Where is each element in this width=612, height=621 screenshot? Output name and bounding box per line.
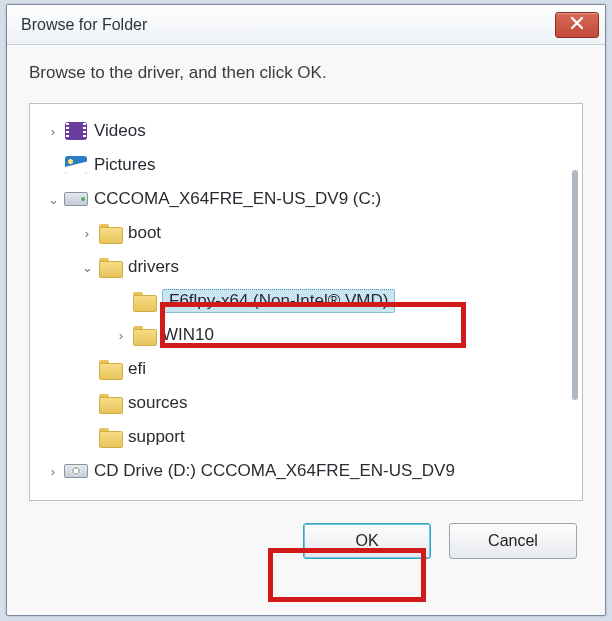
tree-row[interactable]: ›Videos <box>36 114 578 148</box>
folder <box>98 358 122 380</box>
indent <box>36 301 112 302</box>
indent <box>36 131 44 132</box>
dialog-title: Browse for Folder <box>21 16 147 34</box>
indent <box>36 471 44 472</box>
close-button[interactable] <box>555 12 599 38</box>
indent <box>36 437 78 438</box>
folder-tree: ›Videos›Pictures⌄CCCOMA_X64FRE_EN-US_DV9… <box>29 103 583 501</box>
indent <box>36 403 78 404</box>
pictures-icon <box>64 154 88 176</box>
chevron-right-icon[interactable]: › <box>112 328 130 343</box>
indent <box>36 267 78 268</box>
tree-item-label: drivers <box>128 257 179 277</box>
indent <box>36 199 44 200</box>
browse-folder-dialog: Browse for Folder Browse to the driver, … <box>6 4 606 616</box>
chevron-down-icon[interactable]: ⌄ <box>78 260 96 275</box>
tree-row[interactable]: ›support <box>36 420 578 454</box>
chevron-right-icon[interactable]: › <box>78 226 96 241</box>
tree-item-label: support <box>128 427 185 447</box>
drive-hdd <box>64 188 88 210</box>
folder <box>98 392 122 414</box>
ok-button-label: OK <box>355 532 378 550</box>
tree-row[interactable]: ⌄drivers <box>36 250 578 284</box>
titlebar: Browse for Folder <box>7 5 605 45</box>
folder <box>132 290 156 312</box>
folder <box>98 426 122 448</box>
cancel-button-label: Cancel <box>488 532 538 550</box>
instruction-text: Browse to the driver, and then click OK. <box>7 45 605 95</box>
drive-cd <box>64 460 88 482</box>
indent <box>36 369 78 370</box>
tree-row[interactable]: ›Pictures <box>36 148 578 182</box>
tree-row[interactable]: ›boot <box>36 216 578 250</box>
folder <box>132 324 156 346</box>
ok-button[interactable]: OK <box>303 523 431 559</box>
tree-item-label: F6flpy-x64 (Non-Intel® VMD) <box>162 289 395 313</box>
chevron-right-icon[interactable]: › <box>44 464 62 479</box>
tree-item-label: Pictures <box>94 155 155 175</box>
tree-item-label: sources <box>128 393 188 413</box>
tree-item-label: CCCOMA_X64FRE_EN-US_DV9 (C:) <box>94 189 381 209</box>
indent <box>36 233 78 234</box>
tree-row[interactable]: ›WIN10 <box>36 318 578 352</box>
tree-body: ›Videos›Pictures⌄CCCOMA_X64FRE_EN-US_DV9… <box>30 104 582 500</box>
videos-icon <box>64 120 88 142</box>
scrollbar[interactable] <box>570 116 580 488</box>
indent <box>36 165 44 166</box>
indent <box>36 335 112 336</box>
cancel-button[interactable]: Cancel <box>449 523 577 559</box>
tree-item-label: Videos <box>94 121 146 141</box>
tree-item-label: efi <box>128 359 146 379</box>
folder <box>98 222 122 244</box>
chevron-down-icon[interactable]: ⌄ <box>44 192 62 207</box>
tree-row[interactable]: ⌄CCCOMA_X64FRE_EN-US_DV9 (C:) <box>36 182 578 216</box>
tree-row[interactable]: ›CD Drive (D:) CCCOMA_X64FRE_EN-US_DV9 <box>36 454 578 488</box>
tree-item-label: CD Drive (D:) CCCOMA_X64FRE_EN-US_DV9 <box>94 461 455 481</box>
close-icon <box>570 16 584 33</box>
tree-item-label: WIN10 <box>162 325 214 345</box>
button-row: OK Cancel <box>7 501 605 581</box>
scroll-thumb[interactable] <box>572 170 578 400</box>
tree-row[interactable]: ›F6flpy-x64 (Non-Intel® VMD) <box>36 284 578 318</box>
chevron-right-icon[interactable]: › <box>44 124 62 139</box>
tree-row[interactable]: ›sources <box>36 386 578 420</box>
tree-item-label: boot <box>128 223 161 243</box>
folder <box>98 256 122 278</box>
tree-row[interactable]: ›efi <box>36 352 578 386</box>
